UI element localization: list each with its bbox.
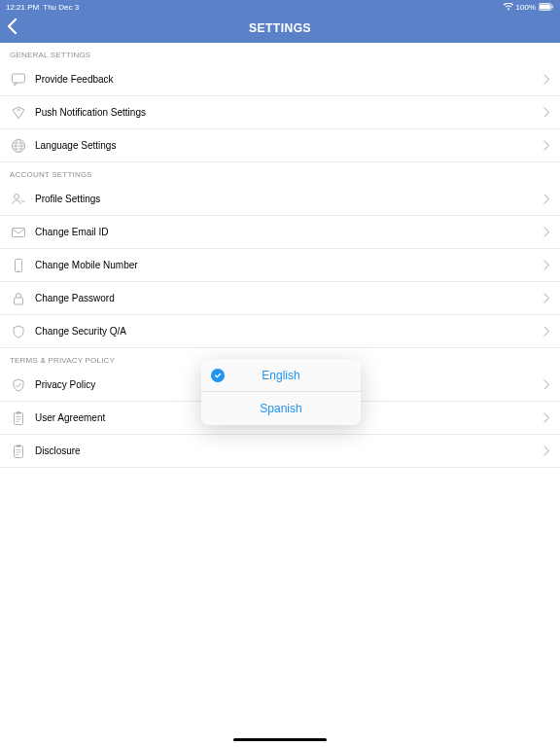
status-battery: 100% [516, 3, 536, 12]
row-label: Change Email ID [35, 227, 543, 237]
row-label: Change Mobile Number [35, 260, 543, 270]
chevron-right-icon [543, 293, 550, 303]
row-change-email[interactable]: Change Email ID [0, 216, 560, 249]
lock-icon [10, 290, 27, 307]
row-change-password[interactable]: Change Password [0, 282, 560, 315]
row-provide-feedback[interactable]: Provide Feedback [0, 63, 560, 96]
battery-icon [539, 3, 554, 11]
chevron-right-icon [543, 445, 550, 456]
language-popup: English Spanish [201, 359, 361, 425]
row-label: Profile Settings [35, 194, 543, 204]
profile-icon [10, 191, 27, 208]
chevron-right-icon [543, 326, 550, 337]
shield-check-icon [10, 376, 27, 394]
svg-point-7 [15, 194, 19, 198]
svg-rect-12 [15, 412, 23, 424]
svg-rect-2 [552, 6, 553, 9]
feedback-icon [10, 71, 27, 89]
row-label: Change Security Q/A [35, 326, 543, 337]
svg-rect-14 [15, 445, 23, 457]
row-language-settings[interactable]: Language Settings [0, 129, 560, 162]
row-label: Disclosure [35, 445, 543, 456]
tag-icon [10, 104, 27, 122]
wifi-icon [504, 3, 513, 11]
row-push-notifications[interactable]: Push Notification Settings [0, 96, 560, 129]
home-indicator[interactable] [233, 738, 327, 741]
row-change-mobile[interactable]: Change Mobile Number [0, 249, 560, 282]
chevron-right-icon [543, 260, 550, 270]
chevron-right-icon [543, 74, 550, 85]
svg-rect-8 [13, 228, 25, 236]
row-label: Language Settings [35, 140, 543, 151]
status-bar: 12:21 PM Thu Dec 3 100% [0, 0, 560, 14]
row-change-security-qa[interactable]: Change Security Q/A [0, 315, 560, 348]
language-option-spanish[interactable]: Spanish [201, 392, 361, 425]
svg-rect-1 [540, 5, 550, 10]
phone-icon [10, 257, 27, 274]
section-header-general: GENERAL SETTINGS [0, 43, 560, 63]
row-label: Push Notification Settings [35, 107, 543, 118]
chevron-right-icon [543, 107, 550, 118]
check-icon [211, 369, 225, 382]
clipboard-icon [10, 409, 27, 427]
page-title: SETTINGS [249, 21, 311, 35]
svg-point-10 [18, 269, 18, 270]
status-date: Thu Dec 3 [43, 3, 79, 12]
chevron-right-icon [543, 379, 550, 390]
chevron-right-icon [543, 194, 550, 204]
shield-icon [10, 323, 27, 340]
back-button[interactable] [6, 18, 18, 35]
svg-rect-3 [13, 74, 25, 83]
section-header-account: ACCOUNT SETTINGS [0, 162, 560, 183]
mail-icon [10, 224, 27, 241]
clipboard-alt-icon [10, 443, 27, 460]
svg-rect-11 [15, 298, 23, 304]
language-option-label: Spanish [260, 402, 301, 415]
chevron-right-icon [543, 227, 550, 237]
globe-icon [10, 137, 27, 155]
chevron-right-icon [543, 412, 550, 423]
row-disclosure[interactable]: Disclosure [0, 435, 560, 468]
svg-point-4 [18, 109, 19, 111]
chevron-right-icon [543, 140, 550, 151]
row-label: Change Password [35, 293, 543, 303]
row-profile-settings[interactable]: Profile Settings [0, 183, 560, 216]
language-option-english[interactable]: English [201, 359, 361, 392]
language-option-label: English [262, 369, 299, 382]
row-label: Provide Feedback [35, 74, 543, 85]
status-time: 12:21 PM [6, 3, 39, 12]
